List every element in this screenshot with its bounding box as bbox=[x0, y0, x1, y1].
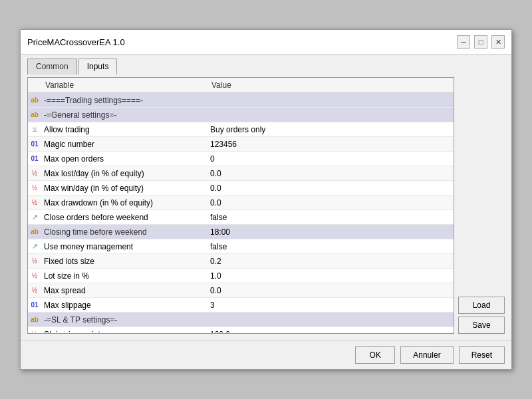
row-variable: -=General settings=- bbox=[41, 109, 207, 121]
row-icon: ab bbox=[28, 96, 41, 104]
row-icon: ab bbox=[28, 111, 41, 118]
side-buttons-panel: Load Save bbox=[458, 77, 505, 334]
row-value: 18:00 bbox=[207, 226, 454, 238]
row-icon: ↗ bbox=[28, 213, 41, 221]
table-row[interactable]: ab Closing time before weekend 18:00 bbox=[28, 225, 454, 239]
row-value: 0.0 bbox=[207, 197, 454, 209]
table-row[interactable]: ½ Max drawdown (in % of equity) 0.0 bbox=[28, 196, 454, 210]
settings-table: Variable Value ab -====Trading settings=… bbox=[27, 77, 454, 334]
row-variable: Max open orders bbox=[41, 153, 207, 165]
table-header: Variable Value bbox=[28, 78, 454, 93]
row-value bbox=[207, 99, 454, 102]
title-bar: PriceMACrossoverEA 1.0 ─ □ ✕ bbox=[21, 30, 511, 55]
col-value-header: Value bbox=[211, 80, 450, 90]
maximize-button[interactable]: □ bbox=[474, 35, 487, 49]
row-value: false bbox=[207, 241, 454, 253]
row-value: 100.0 bbox=[207, 329, 454, 333]
row-value bbox=[207, 319, 454, 321]
table-row[interactable]: ½ Fixed lots size 0.2 bbox=[28, 254, 454, 269]
reset-button[interactable]: Reset bbox=[459, 346, 505, 364]
table-row[interactable]: ab -====Trading settings====- bbox=[28, 93, 454, 108]
row-icon: ab bbox=[28, 316, 41, 323]
row-variable: -====Trading settings====- bbox=[41, 94, 207, 106]
row-value: 1.0 bbox=[207, 270, 454, 282]
ok-button[interactable]: OK bbox=[355, 346, 395, 364]
row-value: Buy orders only bbox=[207, 124, 454, 136]
close-button[interactable]: ✕ bbox=[491, 35, 505, 49]
table-scroll-area[interactable]: ab -====Trading settings====- ab -=Gener… bbox=[28, 93, 454, 332]
row-variable: Max drawdown (in % of equity) bbox=[41, 197, 207, 209]
row-value: 0.0 bbox=[207, 182, 454, 194]
window-title: PriceMACrossoverEA 1.0 bbox=[27, 37, 125, 47]
row-variable: Close orders before weekend bbox=[41, 211, 207, 223]
row-icon: ≡ bbox=[28, 125, 41, 134]
table-row[interactable]: ↗ Use money management false bbox=[28, 239, 454, 254]
table-row[interactable]: 01 Magic number 123456 bbox=[28, 137, 454, 152]
row-icon: ½ bbox=[28, 331, 41, 332]
tab-bar: Common Inputs bbox=[21, 55, 511, 74]
footer: OK Annuler Reset bbox=[21, 340, 511, 369]
row-icon: ½ bbox=[28, 257, 41, 265]
row-value: 0.0 bbox=[207, 285, 454, 297]
main-window: PriceMACrossoverEA 1.0 ─ □ ✕ Common Inpu… bbox=[20, 29, 512, 370]
table-row[interactable]: ½ Max win/day (in % of equity) 0.0 bbox=[28, 181, 454, 196]
table-row[interactable]: ½ Lot size in % 1.0 bbox=[28, 269, 454, 283]
table-row[interactable]: ½ Max lost/day (in % of equity) 0.0 bbox=[28, 166, 454, 181]
table-row[interactable]: 01 Max slippage 3 bbox=[28, 298, 454, 313]
row-icon: ↗ bbox=[28, 242, 41, 251]
row-icon: ab bbox=[28, 228, 41, 235]
table-row[interactable]: ab -=General settings=- bbox=[28, 108, 454, 122]
table-row[interactable]: ½ Max spread 0.0 bbox=[28, 283, 454, 298]
title-bar-buttons: ─ □ ✕ bbox=[457, 35, 505, 49]
row-variable: -=SL & TP settings=- bbox=[41, 314, 207, 326]
row-icon: 01 bbox=[28, 140, 41, 148]
row-value: 0.0 bbox=[207, 168, 454, 180]
row-value bbox=[207, 114, 454, 116]
row-variable: Closing time before weekend bbox=[41, 226, 207, 238]
row-icon: ½ bbox=[28, 287, 41, 294]
row-variable: Max win/day (in % of equity) bbox=[41, 182, 207, 194]
row-variable: Allow trading bbox=[41, 124, 207, 136]
row-icon: ½ bbox=[28, 272, 41, 279]
row-variable: Fixed lots size bbox=[41, 255, 207, 267]
table-row[interactable]: ↗ Close orders before weekend false bbox=[28, 210, 454, 225]
cancel-button[interactable]: Annuler bbox=[400, 346, 453, 364]
row-icon: 01 bbox=[28, 155, 41, 162]
row-icon: 01 bbox=[28, 301, 41, 309]
row-value: 123456 bbox=[207, 138, 454, 150]
table-row[interactable]: ab -=SL & TP settings=- bbox=[28, 313, 454, 327]
row-variable: Max lost/day (in % of equity) bbox=[41, 168, 207, 180]
row-variable: Magic number bbox=[41, 138, 207, 150]
row-variable: Lot size in % bbox=[41, 270, 207, 282]
row-value: false bbox=[207, 211, 454, 223]
content-area: Variable Value ab -====Trading settings=… bbox=[21, 74, 511, 340]
row-value: 0.2 bbox=[207, 255, 454, 267]
row-value: 0 bbox=[207, 153, 454, 165]
row-value: 3 bbox=[207, 299, 454, 311]
row-icon: ½ bbox=[28, 199, 41, 206]
load-button[interactable]: Load bbox=[458, 297, 505, 314]
row-variable: Use money management bbox=[41, 241, 207, 253]
row-icon: ½ bbox=[28, 184, 41, 192]
table-row[interactable]: ½ SL in pips, points... 100.0 bbox=[28, 327, 454, 332]
col-variable-header: Variable bbox=[32, 80, 211, 90]
row-variable: SL in pips, points... bbox=[41, 329, 207, 333]
save-button[interactable]: Save bbox=[458, 317, 505, 334]
minimize-button[interactable]: ─ bbox=[457, 35, 470, 49]
row-variable: Max slippage bbox=[41, 299, 207, 311]
table-row[interactable]: 01 Max open orders 0 bbox=[28, 152, 454, 166]
row-icon: ½ bbox=[28, 170, 41, 177]
tab-inputs[interactable]: Inputs bbox=[78, 59, 118, 74]
table-row[interactable]: ≡ Allow trading Buy orders only bbox=[28, 122, 454, 137]
tab-common[interactable]: Common bbox=[27, 59, 77, 74]
row-variable: Max spread bbox=[41, 285, 207, 297]
